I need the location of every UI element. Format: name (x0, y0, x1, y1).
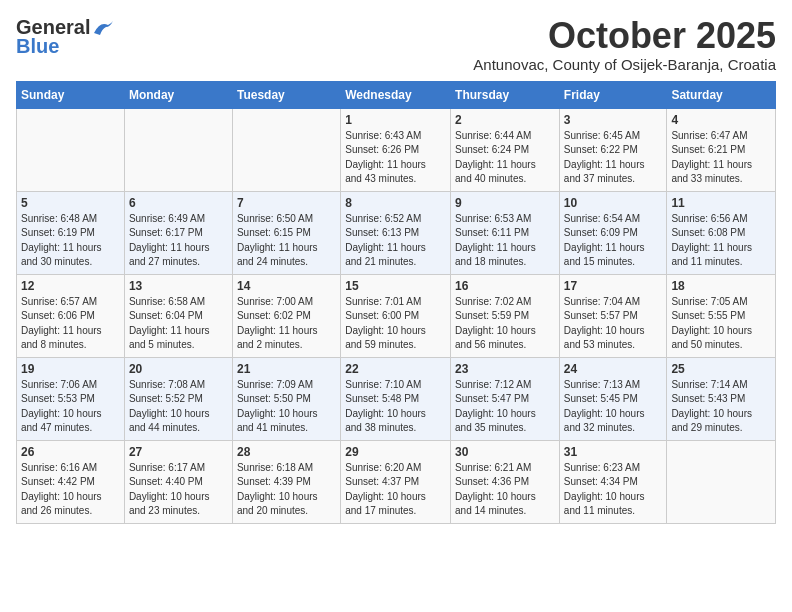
day-number: 12 (21, 279, 120, 293)
logo: General Blue (16, 16, 114, 58)
day-info: Sunrise: 6:53 AMSunset: 6:11 PMDaylight:… (455, 212, 555, 270)
calendar-cell: 1Sunrise: 6:43 AMSunset: 6:26 PMDaylight… (341, 108, 451, 191)
day-number: 10 (564, 196, 663, 210)
header-cell-thursday: Thursday (451, 81, 560, 108)
calendar-cell: 3Sunrise: 6:45 AMSunset: 6:22 PMDaylight… (559, 108, 667, 191)
calendar-cell: 22Sunrise: 7:10 AMSunset: 5:48 PMDayligh… (341, 357, 451, 440)
day-number: 22 (345, 362, 446, 376)
day-number: 14 (237, 279, 336, 293)
calendar-cell: 12Sunrise: 6:57 AMSunset: 6:06 PMDayligh… (17, 274, 125, 357)
calendar-cell: 26Sunrise: 6:16 AMSunset: 4:42 PMDayligh… (17, 440, 125, 523)
day-info: Sunrise: 7:13 AMSunset: 5:45 PMDaylight:… (564, 378, 663, 436)
day-info: Sunrise: 6:54 AMSunset: 6:09 PMDaylight:… (564, 212, 663, 270)
day-info: Sunrise: 6:52 AMSunset: 6:13 PMDaylight:… (345, 212, 446, 270)
calendar-cell: 10Sunrise: 6:54 AMSunset: 6:09 PMDayligh… (559, 191, 667, 274)
header-cell-friday: Friday (559, 81, 667, 108)
day-info: Sunrise: 6:17 AMSunset: 4:40 PMDaylight:… (129, 461, 228, 519)
calendar-cell: 13Sunrise: 6:58 AMSunset: 6:04 PMDayligh… (124, 274, 232, 357)
calendar-cell (232, 108, 340, 191)
day-number: 25 (671, 362, 771, 376)
calendar-cell: 8Sunrise: 6:52 AMSunset: 6:13 PMDaylight… (341, 191, 451, 274)
logo-bird-icon (92, 19, 114, 37)
logo-blue: Blue (16, 35, 59, 58)
header-cell-wednesday: Wednesday (341, 81, 451, 108)
calendar-cell: 4Sunrise: 6:47 AMSunset: 6:21 PMDaylight… (667, 108, 776, 191)
day-info: Sunrise: 7:05 AMSunset: 5:55 PMDaylight:… (671, 295, 771, 353)
calendar-cell: 19Sunrise: 7:06 AMSunset: 5:53 PMDayligh… (17, 357, 125, 440)
day-info: Sunrise: 7:12 AMSunset: 5:47 PMDaylight:… (455, 378, 555, 436)
day-number: 16 (455, 279, 555, 293)
day-number: 29 (345, 445, 446, 459)
day-number: 1 (345, 113, 446, 127)
day-number: 7 (237, 196, 336, 210)
calendar-table: SundayMondayTuesdayWednesdayThursdayFrid… (16, 81, 776, 524)
calendar-header-row: SundayMondayTuesdayWednesdayThursdayFrid… (17, 81, 776, 108)
calendar-week-row: 12Sunrise: 6:57 AMSunset: 6:06 PMDayligh… (17, 274, 776, 357)
day-number: 3 (564, 113, 663, 127)
day-info: Sunrise: 7:00 AMSunset: 6:02 PMDaylight:… (237, 295, 336, 353)
calendar-cell: 27Sunrise: 6:17 AMSunset: 4:40 PMDayligh… (124, 440, 232, 523)
calendar-cell: 18Sunrise: 7:05 AMSunset: 5:55 PMDayligh… (667, 274, 776, 357)
day-info: Sunrise: 6:47 AMSunset: 6:21 PMDaylight:… (671, 129, 771, 187)
day-number: 17 (564, 279, 663, 293)
calendar-cell: 14Sunrise: 7:00 AMSunset: 6:02 PMDayligh… (232, 274, 340, 357)
day-number: 26 (21, 445, 120, 459)
day-info: Sunrise: 6:21 AMSunset: 4:36 PMDaylight:… (455, 461, 555, 519)
calendar-cell: 29Sunrise: 6:20 AMSunset: 4:37 PMDayligh… (341, 440, 451, 523)
calendar-cell: 30Sunrise: 6:21 AMSunset: 4:36 PMDayligh… (451, 440, 560, 523)
day-number: 4 (671, 113, 771, 127)
day-info: Sunrise: 6:18 AMSunset: 4:39 PMDaylight:… (237, 461, 336, 519)
calendar-week-row: 26Sunrise: 6:16 AMSunset: 4:42 PMDayligh… (17, 440, 776, 523)
day-info: Sunrise: 7:14 AMSunset: 5:43 PMDaylight:… (671, 378, 771, 436)
day-info: Sunrise: 6:49 AMSunset: 6:17 PMDaylight:… (129, 212, 228, 270)
calendar-cell: 24Sunrise: 7:13 AMSunset: 5:45 PMDayligh… (559, 357, 667, 440)
calendar-subtitle: Antunovac, County of Osijek-Baranja, Cro… (473, 56, 776, 73)
day-info: Sunrise: 7:08 AMSunset: 5:52 PMDaylight:… (129, 378, 228, 436)
day-number: 15 (345, 279, 446, 293)
day-info: Sunrise: 7:02 AMSunset: 5:59 PMDaylight:… (455, 295, 555, 353)
day-info: Sunrise: 7:04 AMSunset: 5:57 PMDaylight:… (564, 295, 663, 353)
calendar-week-row: 1Sunrise: 6:43 AMSunset: 6:26 PMDaylight… (17, 108, 776, 191)
calendar-week-row: 5Sunrise: 6:48 AMSunset: 6:19 PMDaylight… (17, 191, 776, 274)
calendar-cell: 16Sunrise: 7:02 AMSunset: 5:59 PMDayligh… (451, 274, 560, 357)
header-cell-tuesday: Tuesday (232, 81, 340, 108)
day-number: 20 (129, 362, 228, 376)
header-cell-saturday: Saturday (667, 81, 776, 108)
calendar-cell: 20Sunrise: 7:08 AMSunset: 5:52 PMDayligh… (124, 357, 232, 440)
day-info: Sunrise: 6:20 AMSunset: 4:37 PMDaylight:… (345, 461, 446, 519)
day-number: 6 (129, 196, 228, 210)
day-info: Sunrise: 6:58 AMSunset: 6:04 PMDaylight:… (129, 295, 228, 353)
day-number: 23 (455, 362, 555, 376)
day-number: 2 (455, 113, 555, 127)
day-number: 13 (129, 279, 228, 293)
calendar-cell: 28Sunrise: 6:18 AMSunset: 4:39 PMDayligh… (232, 440, 340, 523)
calendar-body: 1Sunrise: 6:43 AMSunset: 6:26 PMDaylight… (17, 108, 776, 523)
calendar-cell (17, 108, 125, 191)
day-number: 24 (564, 362, 663, 376)
day-info: Sunrise: 6:56 AMSunset: 6:08 PMDaylight:… (671, 212, 771, 270)
day-number: 30 (455, 445, 555, 459)
day-number: 19 (21, 362, 120, 376)
day-number: 27 (129, 445, 228, 459)
calendar-cell (124, 108, 232, 191)
calendar-cell: 7Sunrise: 6:50 AMSunset: 6:15 PMDaylight… (232, 191, 340, 274)
calendar-cell: 6Sunrise: 6:49 AMSunset: 6:17 PMDaylight… (124, 191, 232, 274)
title-section: October 2025 Antunovac, County of Osijek… (473, 16, 776, 73)
day-info: Sunrise: 6:16 AMSunset: 4:42 PMDaylight:… (21, 461, 120, 519)
calendar-cell: 9Sunrise: 6:53 AMSunset: 6:11 PMDaylight… (451, 191, 560, 274)
day-info: Sunrise: 6:45 AMSunset: 6:22 PMDaylight:… (564, 129, 663, 187)
day-info: Sunrise: 7:01 AMSunset: 6:00 PMDaylight:… (345, 295, 446, 353)
calendar-cell: 25Sunrise: 7:14 AMSunset: 5:43 PMDayligh… (667, 357, 776, 440)
calendar-cell: 5Sunrise: 6:48 AMSunset: 6:19 PMDaylight… (17, 191, 125, 274)
day-info: Sunrise: 6:23 AMSunset: 4:34 PMDaylight:… (564, 461, 663, 519)
day-number: 9 (455, 196, 555, 210)
day-info: Sunrise: 6:50 AMSunset: 6:15 PMDaylight:… (237, 212, 336, 270)
day-number: 5 (21, 196, 120, 210)
calendar-title: October 2025 (473, 16, 776, 56)
day-info: Sunrise: 6:48 AMSunset: 6:19 PMDaylight:… (21, 212, 120, 270)
calendar-cell: 15Sunrise: 7:01 AMSunset: 6:00 PMDayligh… (341, 274, 451, 357)
calendar-week-row: 19Sunrise: 7:06 AMSunset: 5:53 PMDayligh… (17, 357, 776, 440)
calendar-cell: 2Sunrise: 6:44 AMSunset: 6:24 PMDaylight… (451, 108, 560, 191)
calendar-cell (667, 440, 776, 523)
day-number: 31 (564, 445, 663, 459)
